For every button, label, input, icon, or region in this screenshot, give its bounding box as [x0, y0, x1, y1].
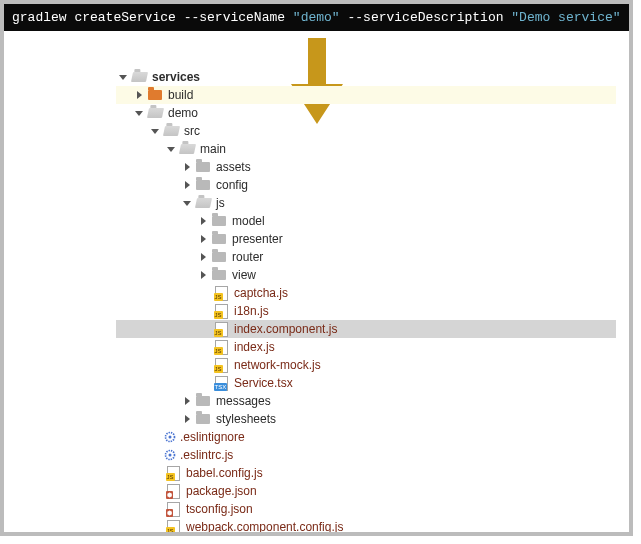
chevron-down-icon[interactable] — [180, 194, 194, 212]
tree-node-model[interactable]: model — [116, 212, 629, 230]
folder-open-icon — [130, 68, 148, 86]
tree-file-index-component[interactable]: JS index.component.js — [116, 320, 616, 338]
tree-label: view — [232, 266, 256, 284]
chevron-down-icon[interactable] — [148, 122, 162, 140]
folder-open-icon — [146, 104, 164, 122]
tsx-file-icon: TSX — [212, 374, 230, 392]
chevron-right-icon[interactable] — [180, 176, 194, 194]
tree-node-presenter[interactable]: presenter — [116, 230, 629, 248]
folder-icon — [210, 212, 228, 230]
gear-icon — [164, 449, 176, 461]
chevron-right-icon[interactable] — [180, 392, 194, 410]
js-file-icon: JS — [164, 518, 182, 536]
folder-build-icon — [146, 86, 164, 104]
tree-file-eslintignore[interactable]: .eslintignore — [116, 428, 629, 446]
terminal-arg-description: "Demo service" — [511, 10, 620, 25]
svg-point-1 — [169, 436, 172, 439]
tree-label: index.js — [234, 338, 275, 356]
tree-file-eslintrc[interactable]: .eslintrc.js — [116, 446, 629, 464]
tree-node-assets[interactable]: assets — [116, 158, 629, 176]
screenshot-frame: gradlew createService --serviceName "dem… — [0, 0, 633, 536]
tree-node-src[interactable]: src — [116, 122, 629, 140]
chevron-right-icon[interactable] — [196, 248, 210, 266]
tree-file-i18n[interactable]: JS i18n.js — [116, 302, 629, 320]
tree-node-js[interactable]: js — [116, 194, 629, 212]
package-json-icon: ⬢ — [164, 482, 182, 500]
tree-label: captcha.js — [234, 284, 288, 302]
chevron-down-icon[interactable] — [132, 104, 146, 122]
js-file-icon: JS — [212, 356, 230, 374]
svg-point-3 — [169, 454, 172, 457]
tree-label: config — [216, 176, 248, 194]
folder-icon — [210, 248, 228, 266]
tree-file-package-json[interactable]: ⬢ package.json — [116, 482, 629, 500]
tree-label: index.component.js — [234, 320, 337, 338]
tree-node-view[interactable]: view — [116, 266, 629, 284]
chevron-right-icon[interactable] — [180, 158, 194, 176]
folder-icon — [210, 230, 228, 248]
tree-label: stylesheets — [216, 410, 276, 428]
tree-label: main — [200, 140, 226, 158]
tree-label: tsconfig.json — [186, 500, 253, 518]
tree-label: src — [184, 122, 200, 140]
js-file-icon: JS — [212, 284, 230, 302]
terminal-flag-desc: --serviceDescription — [340, 10, 512, 25]
folder-icon — [194, 392, 212, 410]
tree-file-service-tsx[interactable]: TSX Service.tsx — [116, 374, 629, 392]
tree-label: build — [168, 86, 193, 104]
terminal-command: gradlew createService --serviceName — [12, 10, 293, 25]
tree-label: babel.config.js — [186, 464, 263, 482]
js-file-icon: JS — [212, 338, 230, 356]
chevron-right-icon[interactable] — [132, 86, 146, 104]
file-tree[interactable]: services build demo src main — [116, 68, 629, 536]
tree-file-babel-config[interactable]: JS babel.config.js — [116, 464, 629, 482]
js-file-icon: JS — [164, 464, 182, 482]
chevron-down-icon[interactable] — [116, 68, 130, 86]
folder-icon — [194, 410, 212, 428]
tree-file-index[interactable]: JS index.js — [116, 338, 629, 356]
chevron-right-icon[interactable] — [196, 266, 210, 284]
tree-label: package.json — [186, 482, 257, 500]
tree-label: js — [216, 194, 225, 212]
terminal-arg-servicename: "demo" — [293, 10, 340, 25]
tree-label: webpack.component.config.js — [186, 518, 343, 536]
tree-label: i18n.js — [234, 302, 269, 320]
folder-open-icon — [162, 122, 180, 140]
folder-icon — [194, 176, 212, 194]
tsconfig-icon: ⬢ — [164, 500, 182, 518]
chevron-right-icon[interactable] — [196, 212, 210, 230]
tree-file-captcha[interactable]: JS captcha.js — [116, 284, 629, 302]
gear-icon — [164, 431, 176, 443]
tree-label: Service.tsx — [234, 374, 293, 392]
chevron-right-icon[interactable] — [180, 410, 194, 428]
tree-label: router — [232, 248, 263, 266]
tree-node-stylesheets[interactable]: stylesheets — [116, 410, 629, 428]
tree-file-network-mock[interactable]: JS network-mock.js — [116, 356, 629, 374]
folder-open-icon — [194, 194, 212, 212]
tree-node-demo[interactable]: demo — [116, 104, 629, 122]
tree-label: network-mock.js — [234, 356, 321, 374]
folder-icon — [194, 158, 212, 176]
tree-node-services[interactable]: services — [116, 68, 629, 86]
tree-node-main[interactable]: main — [116, 140, 629, 158]
tree-label: services — [152, 68, 200, 86]
chevron-right-icon[interactable] — [196, 230, 210, 248]
terminal-bar: gradlew createService --serviceName "dem… — [4, 4, 629, 31]
folder-icon — [210, 266, 228, 284]
tree-file-webpack-component[interactable]: JS webpack.component.config.js — [116, 518, 629, 536]
folder-open-icon — [178, 140, 196, 158]
tree-label: assets — [216, 158, 251, 176]
tree-node-build[interactable]: build — [116, 86, 616, 104]
tree-label: .eslintignore — [180, 428, 245, 446]
tree-node-router[interactable]: router — [116, 248, 629, 266]
tree-label: demo — [168, 104, 198, 122]
chevron-down-icon[interactable] — [164, 140, 178, 158]
tree-node-config[interactable]: config — [116, 176, 629, 194]
tree-node-messages[interactable]: messages — [116, 392, 629, 410]
tree-label: presenter — [232, 230, 283, 248]
js-file-icon: JS — [212, 320, 230, 338]
js-file-icon: JS — [212, 302, 230, 320]
tree-label: messages — [216, 392, 271, 410]
tree-label: .eslintrc.js — [180, 446, 233, 464]
tree-file-tsconfig[interactable]: ⬢ tsconfig.json — [116, 500, 629, 518]
